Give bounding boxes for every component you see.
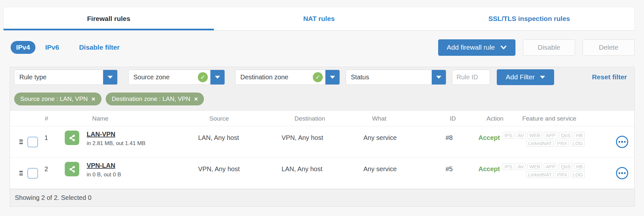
- drag-handle-icon[interactable]: [19, 140, 23, 157]
- header-what: What: [363, 115, 446, 122]
- rule-traffic: in 0 B, out 0 B: [87, 172, 121, 178]
- feature-badge: IPS: [503, 132, 514, 139]
- header-action: Action: [474, 115, 516, 122]
- share-icon: [65, 162, 79, 176]
- feature-badge: LinkedNAT: [526, 140, 553, 147]
- feature-badge: PRX: [555, 171, 569, 178]
- feature-badge: PRX: [555, 140, 569, 147]
- feature-badge: WEB: [527, 132, 542, 139]
- feature-badge: LinkedNAT: [526, 171, 553, 178]
- row-checkbox[interactable]: [27, 137, 38, 147]
- header-destination: Destination: [282, 115, 363, 122]
- delete-button[interactable]: Delete: [582, 39, 635, 56]
- filter-row: Rule type Source zone ✓ Destination zone…: [10, 67, 634, 87]
- row-menu-button[interactable]: [616, 136, 628, 148]
- add-filter-button[interactable]: Add Filter: [497, 69, 554, 85]
- rule-features: IPSAVWEBAPPQoSHB LinkedNATPRXLOG: [516, 158, 610, 189]
- select-label: Rule type: [14, 74, 103, 81]
- row-menu-button[interactable]: [616, 167, 628, 179]
- ipv4-toggle[interactable]: IPv4: [11, 41, 35, 54]
- chip-label: Source zone : LAN, VPN: [20, 95, 88, 103]
- chevron-down-icon: [500, 45, 507, 50]
- feature-badge: LOG: [571, 171, 585, 178]
- showing-status-text: Showing 2 of 2. Selected 0: [15, 194, 91, 201]
- filter-select-status[interactable]: Status: [346, 70, 446, 85]
- row-number: 1: [42, 126, 65, 157]
- select-label: Destination zone: [235, 74, 313, 81]
- tab-bar: Firewall rules NAT rules SSL/TLS inspect…: [3, 7, 635, 31]
- table-footer: Showing 2 of 2. Selected 0: [10, 189, 634, 206]
- rule-destination: LAN, Any host: [282, 158, 363, 189]
- rule-name-link[interactable]: VPN-LAN: [87, 162, 115, 169]
- rule-source: LAN, Any host: [198, 126, 282, 157]
- table-row: 2 VPN-LAN in 0 B, out 0 B VPN, Any host …: [10, 158, 634, 189]
- filter-chip-destination-zone: Destination zone : LAN, VPN ×: [106, 93, 204, 105]
- filter-select-rule-type[interactable]: Rule type: [14, 70, 118, 85]
- header-name: Name: [65, 115, 198, 122]
- table-row: 1 LAN-VPN in 2.81 MB, out 1.41 MB LAN, A…: [10, 126, 634, 158]
- check-circle-icon: ✓: [313, 72, 323, 82]
- check-circle-icon: ✓: [198, 72, 208, 82]
- feature-badge: APP: [544, 132, 557, 139]
- feature-badge: WEB: [527, 163, 542, 170]
- ipv6-toggle[interactable]: IPv6: [45, 44, 59, 51]
- tab-ssl-tls-inspection-rules[interactable]: SSL/TLS inspection rules: [424, 7, 634, 30]
- feature-badge: AV: [516, 163, 526, 170]
- close-icon[interactable]: ×: [194, 96, 198, 102]
- share-icon: [65, 131, 79, 145]
- rule-what: Any service: [363, 158, 446, 189]
- rule-id-input[interactable]: [452, 70, 490, 85]
- feature-badge: QoS: [559, 163, 572, 170]
- table-header: # Name Source Destination What ID Action…: [10, 111, 634, 126]
- header-source: Source: [198, 115, 282, 122]
- feature-badge: IPS: [503, 163, 514, 170]
- rule-name-link[interactable]: LAN-VPN: [87, 131, 115, 138]
- select-label: Status: [346, 74, 432, 81]
- close-icon[interactable]: ×: [91, 96, 95, 102]
- row-checkbox[interactable]: [27, 168, 38, 179]
- rule-action: Accept: [474, 126, 516, 157]
- chip-label: Destination zone : LAN, VPN: [112, 95, 190, 103]
- toolbar: IPv4 IPv6 Disable filter Add firewall ru…: [11, 38, 635, 57]
- chevron-down-icon: [325, 70, 340, 84]
- chevron-down-icon: [432, 70, 446, 84]
- filter-chip-source-zone: Source zone : LAN, VPN ×: [14, 93, 101, 105]
- filter-chips-row: Source zone : LAN, VPN × Destination zon…: [10, 87, 634, 111]
- rule-source: VPN, Any host: [198, 158, 282, 189]
- chevron-down-icon: [103, 70, 117, 84]
- feature-badge: AV: [516, 132, 526, 139]
- tab-firewall-rules[interactable]: Firewall rules: [4, 7, 214, 30]
- feature-badge: QoS: [559, 132, 572, 139]
- feature-badge: HB: [574, 163, 585, 170]
- reset-filter-link[interactable]: Reset filter: [592, 73, 627, 81]
- disable-button[interactable]: Disable: [523, 39, 575, 56]
- header-id: ID: [446, 115, 474, 122]
- rule-destination: VPN, Any host: [282, 126, 363, 157]
- header-num: #: [42, 115, 65, 122]
- rule-id: #8: [446, 126, 474, 157]
- rule-features: IPSAVWEBAPPQoSHB LinkedNATPRXLOG: [516, 126, 610, 157]
- drag-handle-icon[interactable]: [19, 171, 23, 189]
- chevron-down-icon: [540, 76, 545, 79]
- rule-traffic: in 2.81 MB, out 1.41 MB: [87, 140, 145, 147]
- add-firewall-rule-button[interactable]: Add firewall rule: [438, 39, 515, 56]
- add-filter-label: Add Filter: [506, 73, 535, 81]
- filter-select-source-zone[interactable]: Source zone ✓: [128, 70, 225, 85]
- feature-badge: APP: [544, 163, 557, 170]
- row-number: 2: [42, 158, 65, 189]
- add-firewall-rule-label: Add firewall rule: [447, 44, 495, 51]
- chevron-down-icon: [210, 70, 225, 84]
- rule-what: Any service: [363, 126, 446, 157]
- feature-badge: HB: [574, 132, 585, 139]
- filter-select-destination-zone[interactable]: Destination zone ✓: [235, 70, 340, 85]
- header-features: Feature and service: [516, 115, 610, 122]
- feature-badge: LOG: [571, 140, 585, 147]
- rule-action: Accept: [474, 158, 516, 189]
- firewall-rules-panel: Rule type Source zone ✓ Destination zone…: [10, 67, 635, 207]
- disable-filter-link[interactable]: Disable filter: [79, 44, 120, 51]
- rule-id: #5: [446, 158, 474, 189]
- tab-nat-rules[interactable]: NAT rules: [214, 7, 424, 30]
- toolbar-actions: Add firewall rule Disable Delete: [438, 39, 635, 56]
- select-label: Source zone: [129, 74, 198, 81]
